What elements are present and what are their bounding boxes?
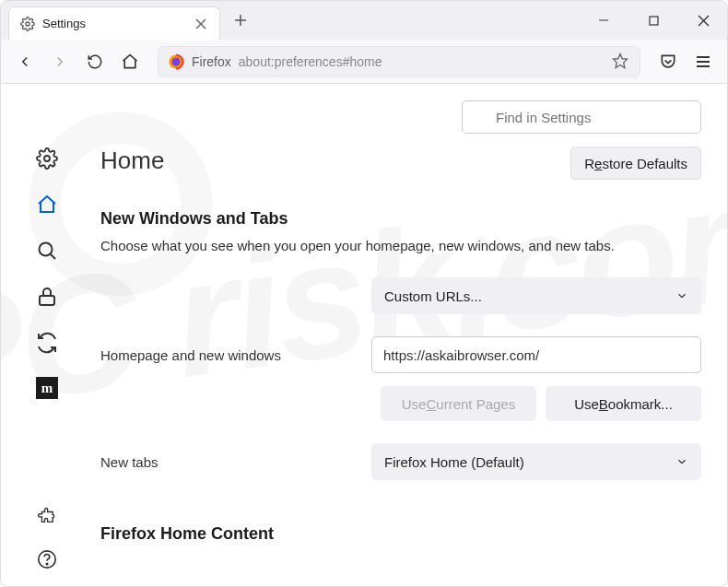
svg-line-17	[51, 254, 56, 260]
sidebar-item-more-from-mozilla[interactable]: m	[36, 377, 58, 399]
settings-sidebar: m	[1, 84, 93, 586]
forward-button[interactable]	[45, 47, 75, 76]
section-description: Choose what you see when you open your h…	[100, 236, 701, 255]
close-window-button[interactable]	[687, 6, 720, 35]
maximize-button[interactable]	[637, 6, 670, 35]
use-bookmark-button[interactable]: Use Bookmark...	[546, 386, 701, 421]
homepage-url-input[interactable]: https://askaibrowser.com/	[371, 336, 701, 373]
sidebar-item-search[interactable]	[35, 239, 59, 263]
svg-point-10	[172, 57, 181, 65]
use-current-pages-button[interactable]: Use Current Pages	[381, 386, 536, 421]
homepage-label: Homepage and new windows	[100, 347, 349, 363]
urlbar-identity-label: Firefox	[192, 54, 231, 69]
sidebar-item-general[interactable]	[35, 147, 59, 170]
urlbar-text: about:preferences#home	[239, 54, 612, 69]
home-button[interactable]	[115, 47, 145, 76]
back-button[interactable]	[10, 47, 40, 76]
minimize-button[interactable]	[587, 6, 620, 35]
section-title-new-windows-tabs: New Windows and Tabs	[100, 209, 701, 229]
sidebar-item-help[interactable]	[35, 547, 59, 571]
chevron-down-icon	[675, 289, 688, 302]
browser-tab-settings[interactable]: Settings	[8, 6, 220, 40]
reload-button[interactable]	[80, 47, 110, 76]
find-in-settings-input[interactable]	[462, 100, 701, 134]
sidebar-item-privacy[interactable]	[35, 285, 59, 309]
newtabs-label: New tabs	[100, 454, 349, 470]
sidebar-item-sync[interactable]	[35, 331, 59, 355]
sidebar-item-extensions[interactable]	[35, 505, 59, 529]
close-tab-button[interactable]	[194, 17, 208, 31]
sidebar-item-home[interactable]	[35, 193, 59, 217]
homepage-mode-dropdown[interactable]: Custom URLs...	[371, 277, 701, 314]
settings-main-content: Home Restore Defaults New Windows and Ta…	[93, 84, 727, 586]
tab-bar: Settings	[1, 1, 727, 40]
svg-point-16	[40, 243, 53, 256]
chevron-down-icon	[675, 455, 688, 468]
gear-icon	[20, 17, 35, 31]
firefox-logo-icon	[168, 53, 184, 70]
svg-rect-18	[40, 296, 54, 305]
toolbar: Firefox about:preferences#home	[1, 40, 727, 84]
svg-point-0	[26, 22, 29, 26]
svg-rect-6	[650, 17, 658, 25]
svg-point-15	[44, 156, 50, 161]
page-heading: Home	[100, 147, 164, 175]
bookmark-star-icon[interactable]	[612, 53, 630, 71]
svg-marker-11	[614, 53, 628, 67]
new-tab-button[interactable]	[228, 7, 253, 33]
svg-point-20	[46, 563, 47, 564]
url-bar[interactable]: Firefox about:preferences#home	[158, 46, 640, 77]
tab-title: Settings	[42, 17, 186, 30]
restore-defaults-button[interactable]: Restore Defaults	[570, 147, 701, 180]
pocket-button[interactable]	[653, 47, 683, 76]
section-title-firefox-home-content: Firefox Home Content	[100, 524, 701, 544]
app-menu-button[interactable]	[688, 47, 718, 76]
newtabs-dropdown[interactable]: Firefox Home (Default)	[371, 443, 701, 480]
